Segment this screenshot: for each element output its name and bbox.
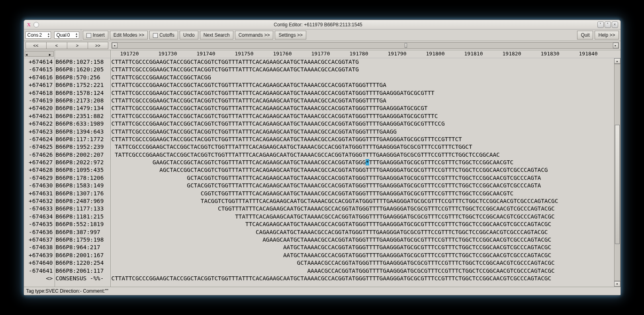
- read-id[interactable]: +674617: [24, 81, 55, 89]
- read-id[interactable]: -674630: [24, 182, 55, 189]
- read-name[interactable]: B66P8:1307:176: [55, 190, 110, 197]
- read-id[interactable]: +674640: [24, 259, 55, 267]
- read-id[interactable]: -674634: [24, 213, 55, 220]
- read-name[interactable]: B66P8:387:997: [55, 228, 110, 236]
- read-seq[interactable]: CTTATTCGCCCGGAAGCTACCGGCTACGGTCTGGTTTATT…: [111, 128, 614, 136]
- read-id[interactable]: +674627: [24, 159, 55, 166]
- qual-input[interactable]: [67, 32, 74, 38]
- read-seq[interactable]: TTATTTCACAGAAGCAATGCTAAAACGCCACGGTATGGGT…: [111, 213, 614, 220]
- consensus-id[interactable]: <>: [24, 275, 55, 282]
- read-seq[interactable]: GAAGCTACCGGCTACGGTCTGGTTTATTTCACAGAAGCAA…: [111, 159, 614, 166]
- nav-left-button[interactable]: <: [46, 42, 67, 49]
- main-hscrollbar[interactable]: ◂ ▸: [112, 42, 619, 49]
- read-seq[interactable]: AGAAGCAATGCTAAAACGCCACGGTATGGGTTTTGAAGGG…: [111, 236, 614, 244]
- read-name[interactable]: B66P8:1220:254: [55, 259, 110, 267]
- read-name[interactable]: B66P8:1620:205: [55, 66, 110, 73]
- close-button[interactable]: ×: [612, 22, 618, 28]
- read-seq[interactable]: CTTATTCGCCCGGAAGCTACCGGCTACGGTCTGGTTTATT…: [111, 97, 614, 104]
- read-id[interactable]: -674629: [24, 174, 55, 182]
- read-id[interactable]: +674622: [24, 120, 55, 128]
- read-name[interactable]: B66P8:552:1819: [55, 220, 110, 228]
- read-name[interactable]: B66P8:2173:208: [55, 97, 110, 104]
- cons-input[interactable]: [39, 32, 47, 38]
- vscroll-thumb[interactable]: [615, 125, 620, 244]
- read-name[interactable]: B66P8:178:1206: [55, 174, 110, 182]
- read-seq[interactable]: GCTACGGTCTGGTTTATTTCACAGAAGCAATGCTAAAACG…: [111, 182, 614, 189]
- read-seq[interactable]: CGGTCTGGTTTATTTCACAGAAGCAATGCTAAAACGCCAC…: [111, 190, 614, 197]
- scroll-right-icon[interactable]: ▸: [613, 43, 619, 48]
- read-id[interactable]: -674615: [24, 66, 55, 73]
- read-name[interactable]: B66P8:117:1772: [55, 136, 110, 143]
- nav-fast-left-button[interactable]: <<: [25, 42, 46, 49]
- read-id[interactable]: -674619: [24, 97, 55, 104]
- consensus-name[interactable]: CONSENSUS -%%-: [55, 275, 110, 282]
- read-name[interactable]: B66P8:1177:133: [55, 205, 110, 213]
- read-id[interactable]: -674624: [24, 136, 55, 143]
- read-name[interactable]: B66P8:1759:198: [55, 236, 110, 244]
- minimize-button[interactable]: ˅: [597, 22, 604, 28]
- read-name[interactable]: B66P8:2001:167: [55, 252, 110, 259]
- cons-down-icon[interactable]: ▼: [47, 35, 50, 38]
- read-name[interactable]: B66P8:2061:117: [55, 267, 110, 275]
- read-seq[interactable]: AAAACGCCACGGTATGGGTTTTGAAGGGATGCGCGTTTCC…: [111, 267, 614, 275]
- vscrollbar[interactable]: ▴ ▾: [614, 58, 621, 287]
- read-name[interactable]: B66P8:1095:435: [55, 166, 110, 174]
- read-id[interactable]: -674626: [24, 151, 55, 159]
- quit-button[interactable]: Quit: [577, 31, 593, 39]
- read-seq[interactable]: GCTAAAACGCCACGGTATGGGTTTTGAAGGGATGCGCGTT…: [111, 259, 614, 267]
- undo-button[interactable]: Undo: [180, 31, 198, 39]
- read-seq[interactable]: TACGGTCTGGTTTATTTCACAGAAGCAATGCTAAAACGCC…: [111, 197, 614, 205]
- read-id[interactable]: +674628: [24, 166, 55, 174]
- read-seq[interactable]: CTTATTCGCCCGGAAGCTACCGGCTACGG: [111, 74, 614, 81]
- read-id[interactable]: +674623: [24, 128, 55, 136]
- read-seq[interactable]: CTTATTCGCCCGGAAGCTACCGGCTACGGTCTGGTTTATT…: [111, 136, 614, 143]
- qual-spinner[interactable]: Qual ▲▼: [54, 32, 79, 39]
- read-id[interactable]: -674625: [24, 143, 55, 151]
- help-button[interactable]: Help >>: [595, 31, 619, 39]
- read-seq[interactable]: CTTATTCGCCCGGAAGCTACCGGCTACGGTCTGGTTTATT…: [111, 104, 614, 112]
- read-name[interactable]: B66P8:2351:882: [55, 112, 110, 120]
- read-seq[interactable]: CTTATTCGCCCGGAAGCTACCGGCTACGGTCTGGTTTATT…: [111, 58, 614, 66]
- read-name[interactable]: B66P8:1181:215: [55, 213, 110, 220]
- read-name[interactable]: B66P8:1394:643: [55, 128, 110, 136]
- read-name[interactable]: B66P8:1027:158: [55, 58, 110, 66]
- next-search-button[interactable]: Next Search: [200, 31, 233, 39]
- read-name[interactable]: B66P8:964:217: [55, 244, 110, 251]
- read-seq[interactable]: TATTCGCCCGGAAGCTACCGGCTACGGTCTGGTTTATTTC…: [111, 151, 614, 159]
- read-name[interactable]: B66P8:1479:134: [55, 104, 110, 112]
- qual-down-icon[interactable]: ▼: [75, 35, 78, 38]
- read-name[interactable]: B66P8:1752:221: [55, 81, 110, 89]
- read-name[interactable]: B66P8:570:256: [55, 74, 110, 81]
- read-id[interactable]: -674638: [24, 244, 55, 251]
- names-hscrollbar[interactable]: ◂ ▸: [25, 51, 54, 57]
- maximize-button[interactable]: ˄: [605, 22, 611, 28]
- read-seq[interactable]: AGCTACCGGCTACGGTCTGGTTTATTTCACAGAAGCAATG…: [111, 166, 614, 174]
- app-menu-icon[interactable]: [33, 22, 39, 28]
- read-seq[interactable]: CTTATTCGCCCGGAAGCTACCGGCTACGGTCTGGTTTATT…: [111, 120, 614, 128]
- read-id[interactable]: +674621: [24, 112, 55, 120]
- settings-button[interactable]: Settings >>: [275, 31, 306, 39]
- read-id[interactable]: +674616: [24, 74, 55, 81]
- scroll-left-icon[interactable]: ◂: [25, 51, 30, 56]
- hscroll-thumb[interactable]: [405, 43, 407, 48]
- read-seq[interactable]: AATGCTAAAACGCCACGGTATGGGTTTTGAAGGGATGCGC…: [111, 252, 614, 259]
- scroll-down-icon[interactable]: ▾: [614, 281, 621, 287]
- sequence-column[interactable]: CTTATTCGCCCGGAAGCTACCGGCTACGGTCTGGTTTATT…: [111, 58, 614, 287]
- scroll-right-icon[interactable]: ▸: [49, 51, 53, 56]
- read-id[interactable]: +674637: [24, 236, 55, 244]
- read-seq[interactable]: CTTATTCGCCCGGAAGCTACCGGCTACGGTCTGGTTTATT…: [111, 66, 614, 73]
- nav-right-button[interactable]: >: [67, 42, 88, 49]
- consensus-seq[interactable]: CTTATTCGCCCGGAAGCTACCGGCTACGGTCTGGTTTATT…: [111, 275, 614, 282]
- titlebar[interactable]: X Contig Editor: +611979 B66P8:2113:1545…: [24, 20, 621, 30]
- read-seq[interactable]: CTGGTTTATTTCACAGAAGCAATGCTAAAACGCCACGGTA…: [111, 205, 614, 213]
- read-name[interactable]: B66P8:1952:239: [55, 143, 110, 151]
- scroll-left-icon[interactable]: ◂: [112, 43, 117, 48]
- cutoffs-toggle[interactable]: Cutoffs: [149, 31, 178, 39]
- read-id[interactable]: -674633: [24, 205, 55, 213]
- cons-up-icon[interactable]: ▲: [47, 32, 50, 35]
- read-id[interactable]: -674641: [24, 267, 55, 275]
- read-id[interactable]: +674620: [24, 104, 55, 112]
- read-id[interactable]: +674618: [24, 89, 55, 97]
- read-id[interactable]: +674632: [24, 197, 55, 205]
- read-name[interactable]: B66P8:2022:972: [55, 159, 110, 166]
